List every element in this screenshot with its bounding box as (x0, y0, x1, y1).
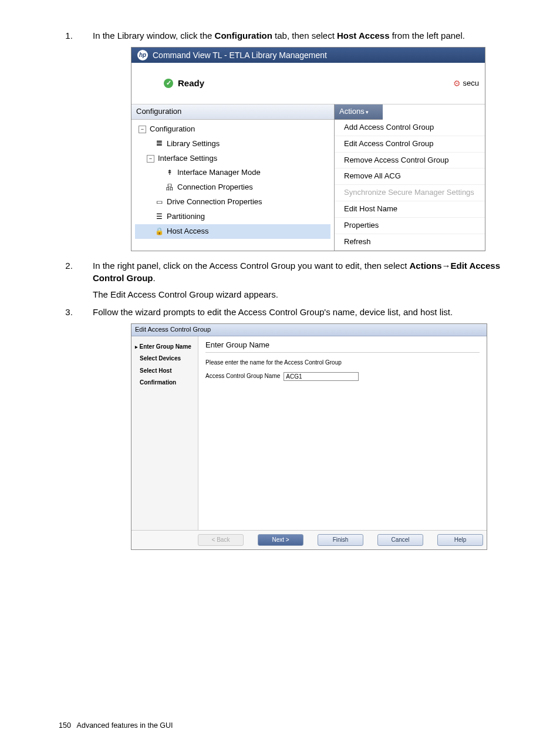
step1-bold1: Configuration (215, 31, 272, 40)
step1-text-suffix: from the left panel. (390, 31, 465, 40)
step-2: In the right panel, click on the Access … (75, 259, 525, 301)
collapse-icon[interactable]: − (147, 155, 154, 163)
wizard-step-confirmation[interactable]: Confirmation (134, 377, 195, 389)
drive-icon: ▭ (155, 197, 163, 207)
wizard-content: Enter Group Name Please enter the name f… (198, 336, 487, 530)
secure-indicator: ⚙ secu (453, 77, 479, 89)
window-titlebar: hp Command View TL - ETLA Library Manage… (131, 48, 485, 63)
left-panel-header: Configuration (131, 104, 334, 120)
action-edit-host-name[interactable]: Edit Host Name (335, 201, 485, 218)
step2-bold1: Actions (409, 261, 441, 271)
actions-menu: Add Access Control Group Edit Access Con… (335, 120, 485, 251)
tree-host-access[interactable]: 🔒 Host Access (135, 224, 330, 239)
cancel-button[interactable]: Cancel (377, 534, 423, 546)
wizard-button-bar: < Back Next > Finish Cancel Help (131, 530, 487, 550)
tree-library-settings[interactable]: 𝌆 Library Settings (135, 137, 330, 151)
actions-dropdown[interactable]: Actions (335, 104, 383, 120)
step1-text-prefix: In the Library window, click the (93, 31, 215, 40)
back-button: < Back (198, 534, 244, 546)
page-number: 150 (59, 721, 71, 730)
tree-label: Host Access (167, 226, 209, 237)
tree-interface-manager-mode[interactable]: ↟ Interface Manager Mode (135, 166, 330, 180)
secure-icon: ⚙ (453, 77, 461, 89)
tree-label: Connection Properties (177, 182, 253, 193)
help-button[interactable]: Help (437, 534, 483, 546)
wizard-step-select-devices[interactable]: Select Devices (134, 353, 195, 365)
wizard-step-enter-group-name[interactable]: Enter Group Name (134, 341, 195, 353)
wizard-instruction: Please enter the name for the Access Con… (205, 359, 480, 367)
step2-suffix: . (153, 273, 155, 283)
settings-icon: 𝌆 (155, 139, 163, 148)
next-button[interactable]: Next > (258, 534, 303, 546)
tree-label: Partitioning (167, 211, 205, 222)
tree-label: Drive Connection Properties (167, 197, 262, 208)
wizard-step-select-host[interactable]: Select Host (134, 365, 195, 377)
tree-label: Interface Manager Mode (177, 167, 261, 178)
window-title: Command View TL - ETLA Library Managemen… (153, 49, 327, 61)
action-refresh[interactable]: Refresh (335, 234, 485, 251)
secure-label: secu (463, 78, 479, 89)
tree-interface-settings[interactable]: − Interface Settings (135, 151, 330, 166)
group-name-input[interactable] (284, 372, 359, 381)
collapse-icon[interactable]: − (139, 126, 146, 133)
step2-line2: The Edit Access Control Group wizard app… (93, 288, 525, 301)
tree-connection-properties[interactable]: 品 Connection Properties (135, 180, 330, 195)
tree-label: Library Settings (167, 139, 220, 150)
hp-logo-icon: hp (137, 50, 148, 60)
step-3: Follow the wizard prompts to edit the Ac… (75, 306, 525, 550)
connection-icon: 品 (166, 183, 174, 193)
figure-1: hp Command View TL - ETLA Library Manage… (131, 47, 485, 251)
tree-partitioning[interactable]: ☰ Partitioning (135, 210, 330, 224)
lock-icon: 🔒 (155, 227, 163, 237)
action-edit-acg[interactable]: Edit Access Control Group (335, 136, 485, 153)
tree-drive-connection-properties[interactable]: ▭ Drive Connection Properties (135, 195, 330, 210)
action-add-acg[interactable]: Add Access Control Group (335, 120, 485, 136)
partition-icon: ☰ (155, 212, 163, 222)
tree-configuration[interactable]: − Configuration (135, 122, 330, 137)
tree-label: Configuration (150, 124, 195, 135)
step2-text-prefix: In the right panel, click on the Access … (93, 261, 409, 271)
group-name-label: Access Control Group Name (205, 372, 280, 381)
action-sync-secure: Synchronize Secure Manager Settings (335, 185, 485, 201)
page-footer: 150 Advanced features in the GUI (59, 721, 173, 730)
wizard-titlebar: Edit Access Control Group (131, 324, 487, 336)
step1-text-mid: tab, then select (272, 31, 337, 40)
mode-icon: ↟ (166, 168, 174, 178)
action-properties[interactable]: Properties (335, 218, 485, 234)
action-remove-acg[interactable]: Remove Access Control Group (335, 153, 485, 169)
status-label: Ready (178, 77, 204, 90)
finish-button[interactable]: Finish (318, 534, 363, 546)
step3-text: Follow the wizard prompts to edit the Ac… (93, 307, 453, 317)
status-bar: ✓ Ready ⚙ secu (131, 63, 485, 104)
wizard-content-title: Enter Group Name (205, 340, 480, 353)
figure-2: Edit Access Control Group Enter Group Na… (131, 323, 487, 550)
tree-label: Interface Settings (158, 153, 217, 164)
step1-bold2: Host Access (337, 31, 390, 40)
action-remove-all-acg[interactable]: Remove All ACG (335, 168, 485, 185)
config-tree: − Configuration 𝌆 Library Settings − Int… (131, 120, 334, 241)
right-panel: Actions Add Access Control Group Edit Ac… (335, 104, 485, 251)
check-icon: ✓ (164, 79, 173, 88)
footer-text: Advanced features in the GUI (77, 721, 173, 730)
step2-arrow: → (441, 261, 450, 271)
step-1: In the Library window, click the Configu… (75, 29, 525, 251)
wizard-step-list: Enter Group Name Select Devices Select H… (131, 336, 198, 530)
status-ready: ✓ Ready (164, 77, 204, 90)
left-panel: Configuration − Configuration 𝌆 Library … (131, 104, 335, 251)
